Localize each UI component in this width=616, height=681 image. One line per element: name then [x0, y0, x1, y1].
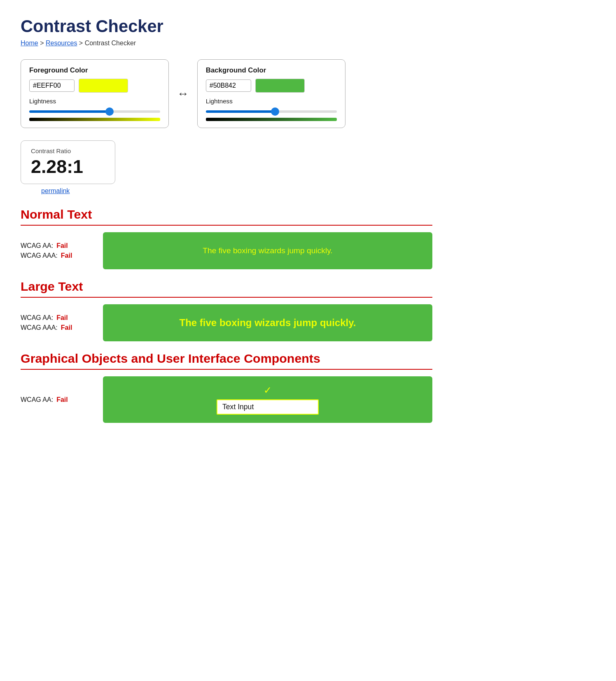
breadcrumb-resources[interactable]: Resources [46, 40, 77, 47]
foreground-hex-input[interactable] [29, 79, 75, 92]
foreground-lightness-label: Lightness [29, 98, 160, 105]
large-text-aaa-line: WCAG AAA: Fail [21, 324, 95, 331]
breadcrumb-current: Contrast Checker [85, 40, 136, 47]
contrast-ratio-value: 2.28:1 [31, 156, 105, 177]
large-text-aaa-result: Fail [61, 324, 72, 331]
background-hex-input[interactable] [206, 79, 251, 92]
swap-colors-button[interactable]: ↔ [177, 87, 189, 100]
large-text-heading: Large Text [21, 279, 432, 294]
large-text-wcag-row: WCAG AA: Fail WCAG AAA: Fail The five bo… [21, 304, 432, 341]
large-text-aa-line: WCAG AA: Fail [21, 314, 95, 322]
contrast-ratio-separator: :1 [67, 156, 83, 177]
normal-text-wcag-row: WCAG AA: Fail WCAG AAA: Fail The five bo… [21, 232, 432, 269]
normal-text-preview: The five boxing wizards jump quickly. [203, 246, 332, 255]
large-text-aa-result: Fail [56, 314, 68, 322]
background-slider-container [206, 107, 337, 114]
background-label: Background Color [206, 66, 337, 75]
background-color-box: Background Color Lightness [197, 59, 345, 128]
normal-text-heading: Normal Text [21, 207, 432, 222]
large-text-aaa-label: WCAG AAA: [21, 324, 58, 331]
normal-text-aaa-result: Fail [61, 252, 72, 259]
breadcrumb: Home > Resources > Contrast Checker [21, 40, 432, 47]
normal-text-aaa-line: WCAG AAA: Fail [21, 252, 95, 259]
foreground-slider-container [29, 107, 160, 114]
foreground-color-box: Foreground Color Lightness [21, 59, 169, 128]
permalink-link[interactable]: permalink [41, 187, 432, 195]
large-text-preview-box: The five boxing wizards jump quickly. [103, 304, 432, 341]
graphical-divider [21, 369, 432, 370]
normal-text-divider [21, 225, 432, 226]
background-gradient-bar [206, 118, 337, 121]
normal-text-aaa-label: WCAG AAA: [21, 252, 58, 259]
normal-text-aa-line: WCAG AA: Fail [21, 242, 95, 250]
text-input-preview[interactable] [217, 399, 319, 415]
foreground-input-row [29, 79, 160, 93]
background-swatch[interactable] [255, 79, 305, 93]
graphical-labels: WCAG AA: Fail [21, 376, 95, 423]
normal-text-labels: WCAG AA: Fail WCAG AAA: Fail [21, 232, 95, 269]
contrast-ratio-number: 2.28 [31, 156, 67, 177]
large-text-preview: The five boxing wizards jump quickly. [180, 317, 356, 329]
foreground-lightness-slider[interactable] [29, 110, 160, 113]
normal-text-preview-box: The five boxing wizards jump quickly. [103, 232, 432, 269]
background-input-row [206, 79, 337, 93]
normal-text-aa-result: Fail [56, 242, 68, 250]
foreground-swatch[interactable] [79, 79, 128, 93]
background-lightness-label: Lightness [206, 98, 337, 105]
contrast-ratio-box: Contrast Ratio 2.28:1 [21, 140, 115, 184]
color-pickers-row: Foreground Color Lightness ↔ Background … [21, 59, 432, 128]
graphical-aa-line: WCAG AA: Fail [21, 396, 95, 403]
page-title: Contrast Checker [21, 16, 432, 36]
foreground-label: Foreground Color [29, 66, 160, 75]
graphical-aa-label: WCAG AA: [21, 396, 53, 403]
checkmark-icon: ✓ [264, 385, 272, 396]
large-text-aa-label: WCAG AA: [21, 314, 53, 322]
graphical-preview-box: ✓ [103, 376, 432, 423]
background-lightness-slider[interactable] [206, 110, 337, 113]
breadcrumb-home[interactable]: Home [21, 40, 38, 47]
large-text-labels: WCAG AA: Fail WCAG AAA: Fail [21, 304, 95, 341]
graphical-wcag-row: WCAG AA: Fail ✓ [21, 376, 432, 423]
graphical-heading: Graphical Objects and User Interface Com… [21, 351, 432, 366]
foreground-gradient-bar [29, 118, 160, 121]
normal-text-aa-label: WCAG AA: [21, 242, 53, 250]
large-text-divider [21, 297, 432, 298]
contrast-ratio-label: Contrast Ratio [31, 147, 105, 154]
graphical-aa-result: Fail [56, 396, 68, 403]
graphical-preview-content: ✓ [217, 385, 319, 415]
